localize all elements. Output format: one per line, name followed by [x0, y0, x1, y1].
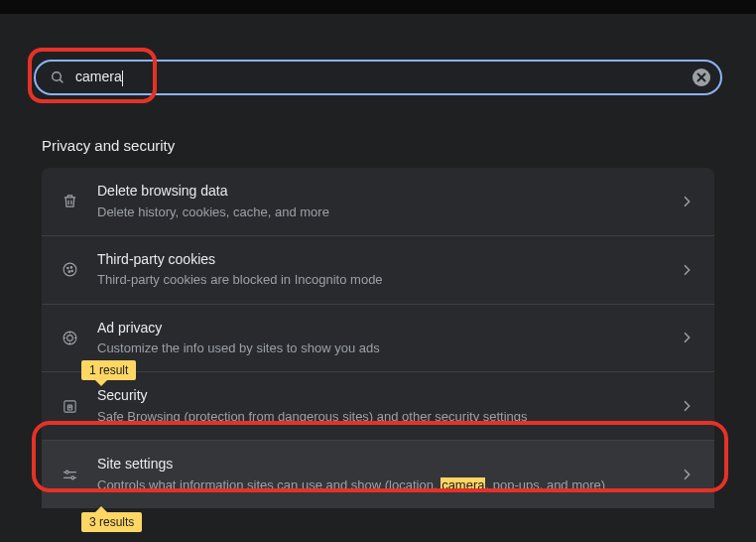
svg-point-7 — [68, 271, 69, 272]
row-site-settings[interactable]: Site settings Controls what information … — [42, 440, 714, 508]
section-title: Privacy and security — [42, 137, 756, 154]
chevron-right-icon — [679, 330, 694, 345]
row-text: Ad privacy Customize the info used by si… — [97, 319, 669, 358]
svg-point-0 — [53, 72, 62, 81]
row-title: Third-party cookies — [97, 250, 669, 270]
close-icon — [696, 72, 706, 82]
chevron-right-icon — [679, 194, 694, 209]
row-title: Ad privacy — [97, 319, 669, 339]
svg-point-8 — [70, 270, 71, 271]
result-badge: 1 result — [81, 360, 136, 380]
badge-tip-icon — [95, 380, 107, 386]
chevron-right-icon — [679, 398, 694, 414]
badge-text: 1 result — [89, 363, 128, 377]
cookie-icon — [60, 260, 79, 280]
row-text: Site settings Controls what information … — [97, 455, 669, 494]
text-cursor — [122, 70, 123, 86]
row-subtitle: Controls what information sites can use … — [97, 476, 669, 494]
row-subtitle: Delete history, cookies, cache, and more — [97, 203, 669, 221]
clear-search-button[interactable] — [693, 68, 710, 86]
search-container: camera — [34, 60, 722, 95]
chevron-right-icon — [679, 262, 694, 278]
row-text: Security Safe Browsing (protection from … — [97, 386, 669, 426]
sliders-icon — [60, 465, 79, 484]
row-subtitle: Safe Browsing (protection from dangerous… — [97, 408, 669, 426]
ad-privacy-icon — [60, 328, 79, 347]
search-icon — [50, 69, 65, 85]
row-delete-browsing-data[interactable]: Delete browsing data Delete history, coo… — [42, 168, 714, 235]
badge-tip-icon — [95, 506, 107, 512]
row-security[interactable]: 1 result Security Safe Browsing (protect… — [42, 371, 714, 440]
highlight-match: camera — [441, 477, 485, 492]
svg-point-4 — [63, 263, 76, 276]
row-title: Site settings — [97, 455, 669, 474]
row-text: Delete browsing data Delete history, coo… — [97, 182, 669, 221]
sub-post: , pop-ups, and more) — [485, 477, 605, 492]
row-title: Delete browsing data — [97, 182, 669, 202]
badge-text: 3 results — [89, 515, 134, 529]
search-value: camera — [75, 68, 122, 84]
row-ad-privacy[interactable]: Ad privacy Customize the info used by si… — [42, 304, 714, 372]
svg-point-17 — [70, 475, 73, 478]
svg-point-5 — [66, 268, 67, 269]
svg-point-6 — [70, 267, 71, 268]
svg-point-13 — [68, 406, 69, 407]
svg-line-1 — [60, 79, 63, 82]
security-icon — [60, 396, 79, 416]
row-subtitle: Third-party cookies are blocked in Incog… — [97, 271, 669, 289]
result-badge: 3 results — [81, 512, 142, 532]
window-topbar — [0, 0, 756, 14]
row-text: Third-party cookies Third-party cookies … — [97, 250, 669, 290]
search-field[interactable]: camera — [34, 60, 722, 95]
search-input[interactable]: camera — [75, 68, 693, 85]
row-title: Security — [97, 386, 669, 406]
chevron-right-icon — [679, 467, 694, 482]
svg-point-10 — [66, 336, 72, 341]
svg-point-15 — [65, 471, 68, 474]
sub-pre: Controls what information sites can use … — [97, 477, 441, 492]
row-third-party-cookies[interactable]: Third-party cookies Third-party cookies … — [42, 235, 714, 304]
settings-card: Delete browsing data Delete history, coo… — [42, 168, 714, 508]
row-subtitle: Customize the info used by sites to show… — [97, 339, 669, 357]
trash-icon — [60, 192, 79, 211]
